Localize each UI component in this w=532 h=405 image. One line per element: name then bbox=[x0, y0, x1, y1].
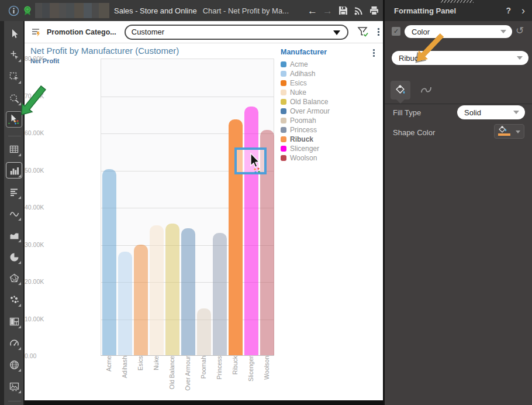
bar-over-armour[interactable] bbox=[181, 228, 195, 355]
format-cursor-icon bbox=[247, 152, 264, 175]
legend-swatch bbox=[281, 90, 286, 95]
shape-color-label: Shape Color bbox=[393, 128, 435, 137]
legend-items: AcmeAdihashEsicsNukeOld BalanceOver Armo… bbox=[281, 60, 368, 163]
format-tool-icon[interactable] bbox=[6, 111, 22, 128]
y-tick-label: 40.00K bbox=[25, 204, 97, 211]
pie-chart-visualization-icon[interactable] bbox=[6, 249, 22, 265]
save-icon[interactable] bbox=[338, 5, 348, 16]
content-area: Promotion Catego... Customer Net Profit … bbox=[23, 21, 383, 405]
help-icon[interactable]: ? bbox=[506, 6, 511, 15]
legend-item-esics[interactable]: Esics bbox=[281, 78, 368, 88]
legend-item-woolson[interactable]: Woolson bbox=[281, 153, 368, 163]
zoom-select-tool-icon[interactable] bbox=[6, 91, 22, 106]
reset-format-icon[interactable]: ↺ bbox=[516, 25, 524, 37]
paint-bucket-icon bbox=[394, 84, 407, 97]
document-title: Sales - Store and Online bbox=[114, 6, 197, 15]
left-toolbar bbox=[0, 21, 23, 405]
legend-label: Adihash bbox=[290, 70, 315, 78]
legend-item-old-balance[interactable]: Old Balance bbox=[281, 97, 368, 107]
legend-item-adihash[interactable]: Adihash bbox=[281, 69, 368, 78]
legend-label: Poomah bbox=[290, 116, 316, 125]
line-chart-visualization-icon[interactable] bbox=[6, 206, 22, 221]
legend-item-over-armour[interactable]: Over Armour bbox=[281, 107, 368, 116]
grid-visualization-icon[interactable] bbox=[6, 142, 22, 157]
scatter-visualization-icon[interactable] bbox=[6, 292, 22, 307]
element-selector-combobox[interactable]: Customer bbox=[125, 25, 348, 40]
formatting-panel-header: Formatting Panel ? › bbox=[385, 0, 532, 21]
filter-applied-icon[interactable] bbox=[357, 26, 369, 39]
info-icon[interactable] bbox=[8, 5, 19, 16]
legend-swatch bbox=[281, 80, 286, 86]
legend: Manufacturer AcmeAdihashEsicsNukeOld Bal… bbox=[281, 48, 368, 163]
legend-item-acme[interactable]: Acme bbox=[281, 60, 368, 69]
back-icon[interactable]: ← bbox=[308, 6, 317, 16]
line-format-tab[interactable] bbox=[416, 81, 436, 99]
titlebar: Sales - Store and Online Chart - Net Pro… bbox=[0, 0, 383, 21]
network-visualization-icon[interactable] bbox=[6, 270, 22, 286]
panel-drag-handle[interactable] bbox=[441, 0, 474, 3]
fill-type-dropdown[interactable]: Solid bbox=[457, 105, 525, 119]
bar-poomah[interactable] bbox=[197, 308, 211, 355]
area-chart-visualization-icon[interactable] bbox=[6, 228, 22, 243]
gauge-visualization-icon[interactable] bbox=[6, 335, 22, 351]
chevron-down-icon bbox=[500, 30, 506, 33]
x-axis-label: Nuke bbox=[153, 356, 160, 400]
series-item-dropdown[interactable]: Ribuck bbox=[392, 51, 528, 65]
chevron-down-icon bbox=[516, 131, 520, 133]
image-layout-icon[interactable] bbox=[6, 379, 22, 394]
format-target-dropdown[interactable]: Color bbox=[405, 25, 512, 38]
kpi-list-visualization-icon[interactable] bbox=[6, 184, 22, 200]
bar-princess[interactable] bbox=[213, 233, 227, 355]
marquee-select-tool-icon[interactable] bbox=[6, 69, 22, 84]
gridline bbox=[101, 97, 274, 97]
bar-slicenger[interactable] bbox=[244, 107, 258, 355]
legend-swatch bbox=[281, 61, 286, 67]
chevron-down-icon bbox=[517, 56, 523, 60]
legend-item-princess[interactable]: Princess bbox=[281, 125, 368, 135]
chart-more-options-icon[interactable] bbox=[373, 49, 375, 57]
y-tick-label: 30.00K bbox=[25, 241, 97, 248]
x-axis-label: Slicenger bbox=[247, 356, 254, 400]
x-axis-label: Over Armour bbox=[184, 356, 191, 400]
bar-nuke[interactable] bbox=[150, 225, 164, 355]
legend-swatch bbox=[281, 146, 286, 152]
legend-item-ribuck[interactable]: Ribuck bbox=[281, 135, 368, 144]
x-axis-label: Princess bbox=[216, 356, 223, 400]
legend-item-poomah[interactable]: Poomah bbox=[281, 116, 368, 125]
legend-label: Woolson bbox=[290, 154, 317, 162]
attribute-selector-icon[interactable] bbox=[30, 26, 42, 38]
fill-format-tab[interactable] bbox=[391, 81, 410, 99]
legend-label: Over Armour bbox=[290, 107, 330, 115]
print-icon[interactable] bbox=[369, 6, 379, 16]
bar-chart-visualization-icon[interactable] bbox=[6, 162, 22, 179]
shape-color-picker[interactable] bbox=[494, 124, 524, 139]
map-visualization-icon[interactable] bbox=[6, 357, 22, 372]
enable-format-checkbox[interactable]: ✓ bbox=[392, 27, 400, 36]
collapse-panel-icon[interactable]: › bbox=[521, 5, 525, 16]
pointer-tool-icon[interactable] bbox=[6, 26, 22, 41]
subscription-rss-icon[interactable] bbox=[354, 6, 364, 16]
legend-label: Acme bbox=[290, 60, 308, 68]
bar-esics[interactable] bbox=[134, 245, 148, 355]
bar-old-balance[interactable] bbox=[165, 224, 179, 355]
legend-item-nuke[interactable]: Nuke bbox=[281, 88, 368, 97]
heatmap-visualization-icon[interactable] bbox=[6, 314, 22, 329]
legend-swatch bbox=[281, 108, 286, 114]
legend-swatch bbox=[281, 71, 286, 77]
current-color-swatch bbox=[498, 133, 510, 136]
filter-more-options-icon[interactable] bbox=[378, 28, 379, 36]
legend-item-slicenger[interactable]: Slicenger bbox=[281, 144, 368, 153]
plot-area[interactable] bbox=[101, 59, 274, 356]
insert-tool-icon[interactable] bbox=[6, 47, 22, 63]
legend-label: Nuke bbox=[290, 88, 306, 97]
y-tick-label: 50.00K bbox=[25, 167, 97, 174]
active-tab-caret bbox=[396, 99, 405, 104]
y-tick-label: 80.00K bbox=[25, 55, 97, 62]
bottom-strip bbox=[25, 400, 383, 405]
attribute-selector-label[interactable]: Promotion Catego... bbox=[47, 28, 116, 36]
legend-label: Slicenger bbox=[290, 145, 319, 153]
bar-adihash[interactable] bbox=[118, 252, 132, 355]
bar-acme[interactable] bbox=[102, 169, 116, 355]
x-axis-label: Acme bbox=[105, 356, 112, 400]
view-title: Chart - Net Profit by Ma... bbox=[203, 6, 289, 15]
